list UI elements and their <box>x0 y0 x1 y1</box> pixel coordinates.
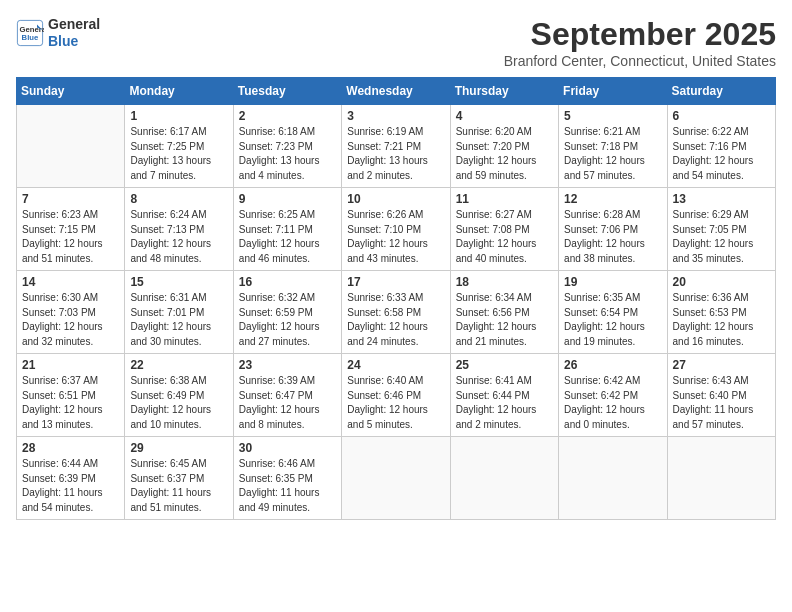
day-number: 26 <box>564 358 661 372</box>
table-row: 4Sunrise: 6:20 AM Sunset: 7:20 PM Daylig… <box>450 105 558 188</box>
day-number: 2 <box>239 109 336 123</box>
day-number: 20 <box>673 275 770 289</box>
day-info: Sunrise: 6:43 AM Sunset: 6:40 PM Dayligh… <box>673 374 770 432</box>
table-row: 20Sunrise: 6:36 AM Sunset: 6:53 PM Dayli… <box>667 271 775 354</box>
day-info: Sunrise: 6:31 AM Sunset: 7:01 PM Dayligh… <box>130 291 227 349</box>
col-tuesday: Tuesday <box>233 78 341 105</box>
day-info: Sunrise: 6:34 AM Sunset: 6:56 PM Dayligh… <box>456 291 553 349</box>
day-number: 12 <box>564 192 661 206</box>
day-info: Sunrise: 6:26 AM Sunset: 7:10 PM Dayligh… <box>347 208 444 266</box>
logo: General Blue General Blue <box>16 16 100 50</box>
table-row: 13Sunrise: 6:29 AM Sunset: 7:05 PM Dayli… <box>667 188 775 271</box>
col-monday: Monday <box>125 78 233 105</box>
day-number: 10 <box>347 192 444 206</box>
day-info: Sunrise: 6:19 AM Sunset: 7:21 PM Dayligh… <box>347 125 444 183</box>
calendar-table: Sunday Monday Tuesday Wednesday Thursday… <box>16 77 776 520</box>
logo-line1: General <box>48 16 100 33</box>
table-row: 10Sunrise: 6:26 AM Sunset: 7:10 PM Dayli… <box>342 188 450 271</box>
day-info: Sunrise: 6:30 AM Sunset: 7:03 PM Dayligh… <box>22 291 119 349</box>
svg-text:Blue: Blue <box>22 33 39 42</box>
table-row <box>450 437 558 520</box>
day-number: 11 <box>456 192 553 206</box>
day-info: Sunrise: 6:21 AM Sunset: 7:18 PM Dayligh… <box>564 125 661 183</box>
table-row: 6Sunrise: 6:22 AM Sunset: 7:16 PM Daylig… <box>667 105 775 188</box>
day-info: Sunrise: 6:45 AM Sunset: 6:37 PM Dayligh… <box>130 457 227 515</box>
day-info: Sunrise: 6:25 AM Sunset: 7:11 PM Dayligh… <box>239 208 336 266</box>
table-row: 21Sunrise: 6:37 AM Sunset: 6:51 PM Dayli… <box>17 354 125 437</box>
day-number: 13 <box>673 192 770 206</box>
day-info: Sunrise: 6:17 AM Sunset: 7:25 PM Dayligh… <box>130 125 227 183</box>
day-number: 18 <box>456 275 553 289</box>
table-row: 17Sunrise: 6:33 AM Sunset: 6:58 PM Dayli… <box>342 271 450 354</box>
table-row: 14Sunrise: 6:30 AM Sunset: 7:03 PM Dayli… <box>17 271 125 354</box>
table-row: 5Sunrise: 6:21 AM Sunset: 7:18 PM Daylig… <box>559 105 667 188</box>
day-info: Sunrise: 6:38 AM Sunset: 6:49 PM Dayligh… <box>130 374 227 432</box>
day-info: Sunrise: 6:41 AM Sunset: 6:44 PM Dayligh… <box>456 374 553 432</box>
header-row: Sunday Monday Tuesday Wednesday Thursday… <box>17 78 776 105</box>
table-row: 8Sunrise: 6:24 AM Sunset: 7:13 PM Daylig… <box>125 188 233 271</box>
location-title: Branford Center, Connecticut, United Sta… <box>504 53 776 69</box>
day-number: 7 <box>22 192 119 206</box>
table-row <box>559 437 667 520</box>
header: General Blue General Blue September 2025… <box>16 16 776 69</box>
table-row: 19Sunrise: 6:35 AM Sunset: 6:54 PM Dayli… <box>559 271 667 354</box>
day-number: 28 <box>22 441 119 455</box>
day-info: Sunrise: 6:22 AM Sunset: 7:16 PM Dayligh… <box>673 125 770 183</box>
day-info: Sunrise: 6:37 AM Sunset: 6:51 PM Dayligh… <box>22 374 119 432</box>
table-row: 24Sunrise: 6:40 AM Sunset: 6:46 PM Dayli… <box>342 354 450 437</box>
day-number: 14 <box>22 275 119 289</box>
table-row: 29Sunrise: 6:45 AM Sunset: 6:37 PM Dayli… <box>125 437 233 520</box>
day-number: 29 <box>130 441 227 455</box>
svg-text:General: General <box>20 24 45 33</box>
table-row: 27Sunrise: 6:43 AM Sunset: 6:40 PM Dayli… <box>667 354 775 437</box>
day-number: 17 <box>347 275 444 289</box>
day-info: Sunrise: 6:44 AM Sunset: 6:39 PM Dayligh… <box>22 457 119 515</box>
table-row <box>342 437 450 520</box>
table-row: 15Sunrise: 6:31 AM Sunset: 7:01 PM Dayli… <box>125 271 233 354</box>
day-number: 21 <box>22 358 119 372</box>
day-info: Sunrise: 6:39 AM Sunset: 6:47 PM Dayligh… <box>239 374 336 432</box>
day-number: 22 <box>130 358 227 372</box>
table-row: 28Sunrise: 6:44 AM Sunset: 6:39 PM Dayli… <box>17 437 125 520</box>
day-info: Sunrise: 6:28 AM Sunset: 7:06 PM Dayligh… <box>564 208 661 266</box>
day-number: 23 <box>239 358 336 372</box>
day-number: 25 <box>456 358 553 372</box>
day-number: 30 <box>239 441 336 455</box>
day-info: Sunrise: 6:42 AM Sunset: 6:42 PM Dayligh… <box>564 374 661 432</box>
day-info: Sunrise: 6:36 AM Sunset: 6:53 PM Dayligh… <box>673 291 770 349</box>
day-number: 1 <box>130 109 227 123</box>
table-row: 23Sunrise: 6:39 AM Sunset: 6:47 PM Dayli… <box>233 354 341 437</box>
day-number: 27 <box>673 358 770 372</box>
day-number: 24 <box>347 358 444 372</box>
table-row: 30Sunrise: 6:46 AM Sunset: 6:35 PM Dayli… <box>233 437 341 520</box>
day-info: Sunrise: 6:24 AM Sunset: 7:13 PM Dayligh… <box>130 208 227 266</box>
col-thursday: Thursday <box>450 78 558 105</box>
table-row: 16Sunrise: 6:32 AM Sunset: 6:59 PM Dayli… <box>233 271 341 354</box>
day-info: Sunrise: 6:35 AM Sunset: 6:54 PM Dayligh… <box>564 291 661 349</box>
day-number: 15 <box>130 275 227 289</box>
day-info: Sunrise: 6:29 AM Sunset: 7:05 PM Dayligh… <box>673 208 770 266</box>
table-row: 26Sunrise: 6:42 AM Sunset: 6:42 PM Dayli… <box>559 354 667 437</box>
table-row: 11Sunrise: 6:27 AM Sunset: 7:08 PM Dayli… <box>450 188 558 271</box>
table-row: 2Sunrise: 6:18 AM Sunset: 7:23 PM Daylig… <box>233 105 341 188</box>
month-title: September 2025 <box>504 16 776 53</box>
table-row: 25Sunrise: 6:41 AM Sunset: 6:44 PM Dayli… <box>450 354 558 437</box>
col-friday: Friday <box>559 78 667 105</box>
day-number: 19 <box>564 275 661 289</box>
day-info: Sunrise: 6:27 AM Sunset: 7:08 PM Dayligh… <box>456 208 553 266</box>
col-wednesday: Wednesday <box>342 78 450 105</box>
table-row <box>17 105 125 188</box>
col-saturday: Saturday <box>667 78 775 105</box>
table-row: 12Sunrise: 6:28 AM Sunset: 7:06 PM Dayli… <box>559 188 667 271</box>
day-number: 6 <box>673 109 770 123</box>
title-area: September 2025 Branford Center, Connecti… <box>504 16 776 69</box>
day-info: Sunrise: 6:32 AM Sunset: 6:59 PM Dayligh… <box>239 291 336 349</box>
day-number: 16 <box>239 275 336 289</box>
logo-line2: Blue <box>48 33 100 50</box>
day-info: Sunrise: 6:18 AM Sunset: 7:23 PM Dayligh… <box>239 125 336 183</box>
day-info: Sunrise: 6:40 AM Sunset: 6:46 PM Dayligh… <box>347 374 444 432</box>
day-number: 9 <box>239 192 336 206</box>
day-info: Sunrise: 6:33 AM Sunset: 6:58 PM Dayligh… <box>347 291 444 349</box>
day-info: Sunrise: 6:46 AM Sunset: 6:35 PM Dayligh… <box>239 457 336 515</box>
col-sunday: Sunday <box>17 78 125 105</box>
